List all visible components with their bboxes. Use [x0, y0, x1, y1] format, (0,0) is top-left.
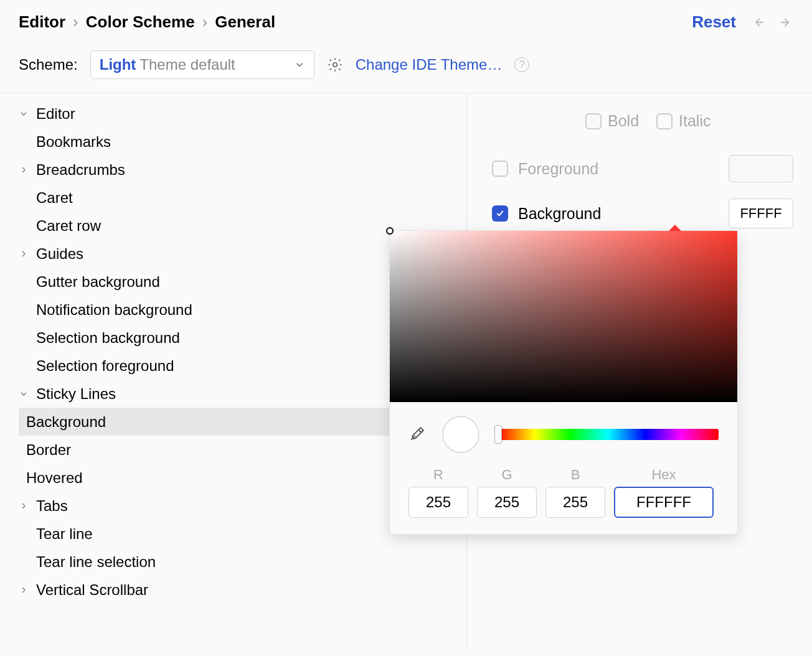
scheme-label: Scheme:: [19, 56, 78, 73]
b-input[interactable]: [545, 487, 605, 518]
help-icon[interactable]: ?: [514, 57, 529, 72]
chevron-right-icon: [19, 249, 29, 259]
chevron-right-icon: ›: [202, 12, 208, 32]
popover-caret-icon: [669, 225, 681, 231]
tree-label: Bookmarks: [36, 133, 111, 151]
chevron-down-icon: [19, 389, 29, 399]
breadcrumb-item[interactable]: General: [215, 12, 275, 32]
foreground-row: Foreground: [492, 155, 793, 182]
tree-label: Selection foreground: [36, 357, 174, 375]
chevron-right-icon: [19, 501, 29, 511]
chevron-down-icon: [294, 59, 305, 70]
bold-checkbox[interactable]: Bold: [585, 112, 639, 130]
hue-slider[interactable]: [497, 429, 719, 440]
sv-cursor-icon: [386, 227, 394, 235]
r-label: R: [433, 467, 443, 483]
properties-panel: Bold Italic Foreground Background FFFFF: [467, 93, 793, 647]
tree-label: Caret: [36, 189, 73, 207]
tree-label: Caret row: [36, 217, 101, 235]
italic-checkbox[interactable]: Italic: [656, 112, 710, 130]
chevron-right-icon: [19, 585, 29, 595]
tree-label: Gutter background: [36, 273, 160, 291]
tree-label: Border: [26, 441, 71, 459]
hex-input[interactable]: [614, 487, 714, 518]
change-theme-link[interactable]: Change IDE Theme…: [356, 56, 503, 73]
tree-row[interactable]: Vertical Scrollbar: [19, 576, 466, 604]
tree-row[interactable]: Bookmarks: [19, 128, 466, 156]
foreground-checkbox[interactable]: [492, 161, 508, 177]
foreground-label: Foreground: [518, 160, 643, 178]
tree-label: Notification background: [36, 301, 192, 319]
background-swatch[interactable]: FFFFF: [729, 199, 793, 228]
tree-label: Breadcrumbs: [36, 161, 125, 179]
check-icon: [495, 209, 505, 218]
hex-label: Hex: [651, 467, 676, 483]
tree-row[interactable]: Editor: [19, 100, 466, 128]
background-row: Background FFFFF: [492, 199, 793, 228]
tree-row[interactable]: Breadcrumbs: [19, 156, 466, 184]
reset-button[interactable]: Reset: [692, 12, 736, 32]
breadcrumb-item[interactable]: Color Scheme: [86, 12, 195, 32]
forward-icon[interactable]: [778, 15, 793, 30]
chevron-right-icon: ›: [73, 12, 78, 32]
r-input[interactable]: [408, 487, 468, 518]
eyedropper-icon[interactable]: [408, 426, 425, 443]
breadcrumb-item[interactable]: Editor: [19, 12, 65, 32]
b-label: B: [571, 467, 580, 483]
background-label: Background: [518, 205, 643, 223]
tree-label: Selection background: [36, 329, 180, 347]
scheme-select[interactable]: Light Theme default: [90, 50, 314, 79]
tree-label: Guides: [36, 245, 83, 263]
back-icon[interactable]: [751, 15, 766, 30]
scheme-value: Light: [100, 56, 136, 73]
tree-label: Background: [26, 413, 106, 431]
hue-thumb-icon: [494, 425, 502, 444]
gear-icon[interactable]: [327, 57, 343, 73]
tree-label: Tear line selection: [36, 553, 156, 571]
breadcrumb: Editor › Color Scheme › General: [19, 12, 275, 32]
saturation-value-panel[interactable]: [390, 231, 737, 402]
g-input[interactable]: [477, 487, 537, 518]
checkbox-icon: [656, 113, 673, 129]
tree-label: Hovered: [26, 469, 83, 487]
tree-label: Sticky Lines: [36, 385, 116, 403]
scheme-tag: Theme default: [139, 56, 235, 73]
chevron-right-icon: [19, 165, 29, 175]
color-preview: [442, 416, 479, 453]
tree-row[interactable]: Tear line selection: [19, 548, 466, 576]
tree-label: Vertical Scrollbar: [36, 581, 148, 599]
chevron-down-icon: [19, 109, 29, 119]
label: Bold: [608, 112, 639, 130]
g-label: G: [501, 467, 512, 483]
color-picker-popover: R G B Hex: [389, 230, 738, 535]
label: Italic: [679, 112, 710, 130]
background-checkbox[interactable]: [492, 205, 508, 222]
tree-row[interactable]: Caret: [19, 184, 466, 212]
checkbox-icon: [585, 113, 602, 129]
tree-label: Tear line: [36, 525, 93, 543]
foreground-swatch[interactable]: [729, 155, 793, 182]
tree-label: Editor: [36, 105, 75, 123]
tree-label: Tabs: [36, 497, 68, 515]
svg-point-0: [333, 63, 337, 67]
